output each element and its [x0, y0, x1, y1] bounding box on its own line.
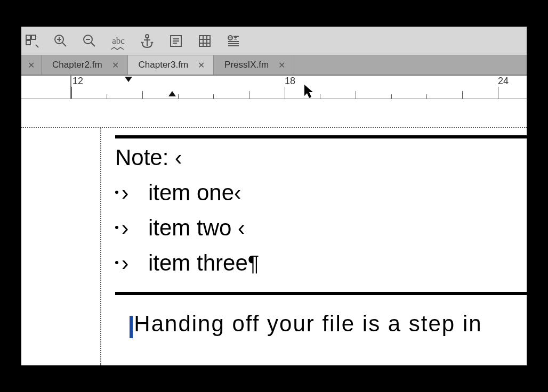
- rule-top: [115, 135, 527, 138]
- bullet-icon: ›: [115, 251, 148, 275]
- rule-bottom: [115, 292, 527, 295]
- svg-point-11: [146, 35, 149, 38]
- line-spacing-icon[interactable]: ±: [225, 32, 242, 50]
- pilcrow-symbol: ¶: [248, 251, 259, 275]
- line-break-symbol: ‹: [234, 181, 241, 205]
- note-heading[interactable]: Note: ‹: [115, 145, 527, 170]
- left-indent-marker[interactable]: [167, 90, 177, 100]
- tab-label: Chapter2.fm: [52, 60, 102, 70]
- close-all-button[interactable]: ✕: [21, 55, 42, 75]
- bullet-icon: ›: [115, 216, 148, 240]
- first-line-indent-marker[interactable]: [124, 76, 133, 85]
- text-cursor: [130, 316, 133, 338]
- text-frame-icon[interactable]: [167, 32, 184, 50]
- toolbar: abc ±: [21, 27, 527, 55]
- tab-label: PressIX.fm: [224, 60, 269, 70]
- tab-chapter3[interactable]: Chapter3.fm ✕: [128, 55, 214, 75]
- svg-line-9: [91, 43, 95, 46]
- tab-label: Chapter3.fm: [139, 60, 189, 70]
- spellcheck-icon[interactable]: abc: [110, 32, 127, 50]
- ruler-mark-24: 24: [498, 76, 509, 87]
- document-view[interactable]: Note: ‹ › item one‹ › item two ‹ › item …: [21, 99, 527, 365]
- grid-tool-icon[interactable]: [23, 32, 41, 50]
- table-icon[interactable]: [196, 32, 213, 50]
- close-icon[interactable]: ✕: [109, 60, 119, 70]
- list-item[interactable]: › item one‹: [115, 180, 527, 206]
- body-paragraph[interactable]: Handing off your file is a step in: [115, 311, 527, 337]
- svg-marker-30: [125, 77, 132, 82]
- list-item[interactable]: › item three¶: [115, 250, 527, 276]
- svg-line-3: [36, 45, 38, 47]
- svg-text:±: ±: [234, 35, 237, 41]
- line-break-symbol: ‹: [238, 216, 245, 240]
- zoom-out-icon[interactable]: [81, 32, 98, 50]
- svg-rect-2: [26, 40, 30, 45]
- ruler[interactable]: 12 18 24: [21, 76, 527, 99]
- ruler-mark-18: 18: [285, 76, 295, 87]
- svg-line-5: [62, 43, 66, 46]
- tab-chapter2[interactable]: Chapter2.fm ✕: [42, 55, 128, 75]
- bullet-icon: ›: [115, 181, 148, 205]
- svg-rect-18: [199, 36, 210, 46]
- line-break-symbol: ‹: [175, 146, 182, 169]
- mouse-pointer-icon: [304, 84, 313, 98]
- tab-bar: ✕ Chapter2.fm ✕ Chapter3.fm ✕ PressIX.fm…: [21, 55, 527, 76]
- anchor-icon[interactable]: [139, 32, 156, 50]
- svg-marker-32: [304, 85, 313, 98]
- close-icon[interactable]: ✕: [275, 60, 285, 70]
- app-window: abc ± ✕ Chapter2.fm ✕ Chapter3.fm ✕ Pres…: [21, 27, 527, 365]
- zoom-in-icon[interactable]: [52, 32, 69, 50]
- list-item[interactable]: › item two ‹: [115, 215, 527, 241]
- ruler-mark-12: 12: [72, 76, 83, 87]
- svg-marker-31: [168, 91, 176, 96]
- close-icon[interactable]: ✕: [195, 60, 205, 70]
- svg-rect-1: [31, 35, 36, 39]
- svg-rect-0: [26, 35, 30, 39]
- tab-pressix[interactable]: PressIX.fm ✕: [214, 55, 294, 75]
